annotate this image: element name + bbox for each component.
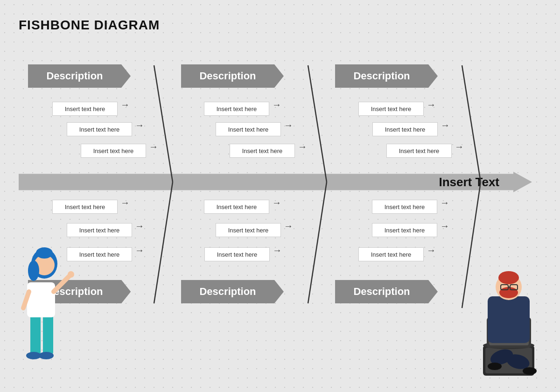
top2-arrow1: [272, 103, 291, 109]
top1-arrow2: [135, 124, 154, 129]
top1-item3[interactable]: Insert text here: [81, 144, 146, 158]
top2-item1[interactable]: Insert text here: [204, 102, 269, 116]
svg-point-33: [488, 363, 502, 370]
bot1-arrow3: [135, 249, 154, 254]
top3-arrow2: [441, 124, 459, 129]
svg-point-26: [498, 271, 519, 284]
male-figure: [469, 264, 555, 385]
top2-item3[interactable]: Insert text here: [230, 144, 295, 158]
top3-item2[interactable]: Insert text here: [372, 122, 438, 136]
bot2-arrow2: [284, 224, 302, 230]
svg-line-15: [54, 275, 70, 292]
bot2-arrow1: [272, 201, 291, 207]
bot-desc-3-banner: Description: [335, 280, 438, 303]
bot3-arrow1: [440, 201, 459, 207]
bot3-item1[interactable]: Insert text here: [372, 200, 437, 214]
top3-arrow3: [455, 145, 473, 151]
bot1-item2[interactable]: Insert text here: [67, 223, 132, 237]
svg-point-17: [68, 271, 74, 278]
top-desc-1: Description: [28, 64, 131, 88]
svg-line-0: [154, 65, 173, 182]
svg-rect-7: [43, 313, 53, 355]
bot1-item1[interactable]: Insert text here: [52, 200, 118, 214]
svg-rect-6: [30, 313, 41, 355]
spine-label: Insert Text: [439, 175, 504, 189]
bot2-item1[interactable]: Insert text here: [204, 200, 269, 214]
top1-item2[interactable]: Insert text here: [67, 122, 132, 136]
bot1-item3[interactable]: Insert text here: [67, 247, 132, 261]
bot-desc-2-banner: Description: [181, 280, 284, 303]
top3-item3[interactable]: Insert text here: [386, 144, 452, 158]
svg-point-27: [499, 287, 518, 298]
female-figure: [9, 215, 75, 369]
svg-line-2: [462, 65, 481, 182]
bot1-arrow1: [120, 201, 139, 207]
page-title: FISHBONE DIAGRAM: [19, 18, 160, 33]
bot1-arrow2: [135, 224, 154, 230]
bot3-arrow2: [440, 224, 459, 230]
top1-arrow3: [149, 145, 168, 151]
bot3-item2[interactable]: Insert text here: [372, 223, 437, 237]
top1-item1[interactable]: Insert text here: [52, 102, 118, 116]
svg-rect-24: [488, 296, 530, 343]
bot2-item2[interactable]: Insert text here: [216, 223, 281, 237]
svg-point-34: [523, 367, 537, 375]
svg-line-4: [308, 182, 327, 303]
top1-arrow1: [120, 103, 139, 109]
svg-rect-10: [27, 282, 55, 317]
top2-arrow2: [284, 124, 302, 129]
svg-point-9: [39, 352, 54, 359]
svg-point-14: [36, 247, 53, 259]
top2-arrow3: [298, 145, 316, 151]
svg-line-3: [154, 182, 173, 303]
top-desc-2: Description: [181, 64, 284, 88]
bot2-item3[interactable]: Insert text here: [204, 247, 270, 261]
top2-item2[interactable]: Insert text here: [216, 122, 281, 136]
top-desc-3: Description: [335, 64, 438, 88]
svg-line-1: [308, 65, 327, 182]
bot2-arrow3: [273, 249, 291, 254]
spine: Insert Text: [19, 172, 532, 192]
bot3-arrow3: [427, 249, 445, 254]
top3-arrow1: [427, 103, 445, 109]
top3-item1[interactable]: Insert text here: [358, 102, 424, 116]
bot3-item3[interactable]: Insert text here: [358, 247, 424, 261]
svg-point-13: [28, 260, 39, 281]
